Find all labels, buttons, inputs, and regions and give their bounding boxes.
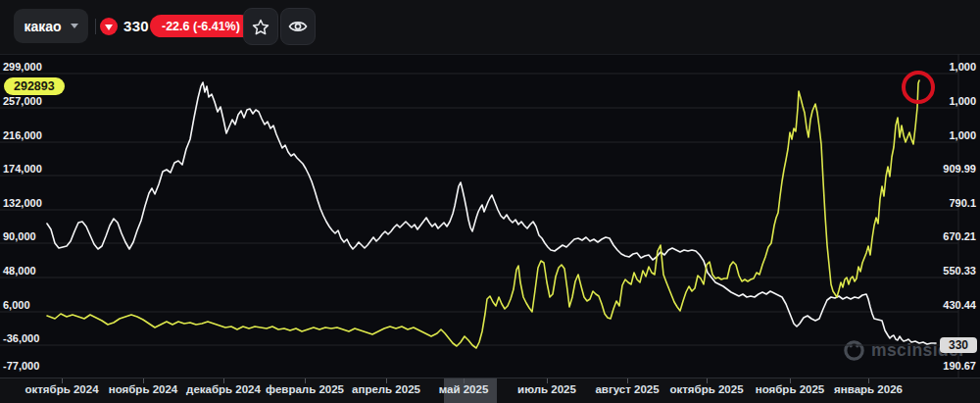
chart-canvas[interactable] bbox=[0, 0, 980, 403]
header-divider bbox=[95, 19, 96, 34]
time-axis-label: август 2025 bbox=[595, 383, 659, 395]
left-axis-tick-label: 299,000 bbox=[3, 61, 42, 74]
eye-icon bbox=[288, 20, 308, 33]
time-axis-tick bbox=[868, 378, 869, 383]
time-axis-tick bbox=[547, 378, 548, 383]
right-axis-tick-label: 550.33 bbox=[943, 265, 976, 277]
time-axis-label: декабрь 2024 bbox=[186, 383, 261, 395]
symbol-label: какао bbox=[24, 19, 61, 34]
trading-chart-screen: какао 330 -22.6 (-6.41%) 292893 330 bbox=[0, 0, 980, 403]
left-axis-tick-label: 132,000 bbox=[3, 197, 42, 210]
time-axis-tick bbox=[223, 378, 224, 383]
left-axis-tick-label: 90,000 bbox=[3, 230, 36, 243]
right-axis-tick-label: 909.99 bbox=[943, 163, 976, 176]
right-axis-tick-label: 670.21 bbox=[943, 230, 976, 243]
series-indicator bbox=[47, 80, 919, 348]
time-axis-label: май 2025 bbox=[439, 383, 489, 395]
time-axis-tick bbox=[627, 378, 628, 383]
time-axis-label: ноябрь 2024 bbox=[109, 383, 178, 395]
star-icon bbox=[252, 19, 270, 35]
time-axis-tick bbox=[464, 378, 465, 383]
time-axis-label: февраль 2025 bbox=[266, 383, 344, 395]
time-axis-label: октябрь 2024 bbox=[24, 383, 98, 395]
triangle-down-icon bbox=[105, 25, 113, 30]
time-axis-tick bbox=[62, 378, 63, 383]
symbol-selector[interactable]: какао bbox=[14, 9, 88, 43]
watch-button[interactable] bbox=[280, 8, 316, 45]
price-down-icon bbox=[100, 18, 118, 35]
time-axis-label: ноябрь 2025 bbox=[756, 383, 825, 395]
right-axis-tick-label: 1,000 bbox=[949, 129, 976, 142]
favorite-button[interactable] bbox=[243, 8, 278, 45]
change-badge: -22.6 (-6.41%) bbox=[150, 15, 252, 37]
right-axis-tick-label: 430.44 bbox=[943, 299, 976, 312]
time-axis-tick bbox=[386, 378, 387, 383]
time-axis-tick bbox=[707, 378, 708, 383]
right-axis-tick-label: 190.67 bbox=[943, 360, 976, 373]
left-axis-tick-label: 48,000 bbox=[3, 265, 36, 277]
right-axis-current-value-badge: 330 bbox=[940, 337, 977, 353]
time-axis-tick bbox=[790, 378, 791, 383]
time-axis-label: апрель 2025 bbox=[352, 383, 420, 395]
left-axis-current-value-tag: 292893 bbox=[4, 77, 65, 95]
chevron-down-icon bbox=[71, 24, 78, 28]
last-price: 330 bbox=[123, 18, 149, 34]
time-axis-tick bbox=[143, 378, 144, 383]
left-axis-tick-label: 216,000 bbox=[3, 129, 42, 142]
time-axis-label: июль 2025 bbox=[517, 383, 576, 395]
left-axis-tick-label: -77,000 bbox=[3, 360, 39, 373]
right-axis-tick-label: 790.1 bbox=[949, 197, 976, 210]
left-axis-tick-label: 6,000 bbox=[3, 299, 30, 312]
right-axis-tick-label: 1,000 bbox=[949, 61, 976, 74]
time-axis-tick bbox=[305, 378, 306, 383]
left-axis-tick-label: -36,000 bbox=[3, 332, 39, 345]
right-axis-tick-label: 1,000 bbox=[949, 95, 976, 108]
header-toolbar: какао 330 -22.6 (-6.41%) bbox=[0, 0, 980, 54]
left-axis-tick-label: 174,000 bbox=[3, 163, 42, 176]
series-cocoa-price bbox=[47, 82, 936, 344]
left-axis-tick-label: 257,000 bbox=[3, 95, 42, 108]
time-axis-label: октябрь 2025 bbox=[669, 383, 743, 395]
time-axis-label: январь 2026 bbox=[834, 383, 903, 395]
